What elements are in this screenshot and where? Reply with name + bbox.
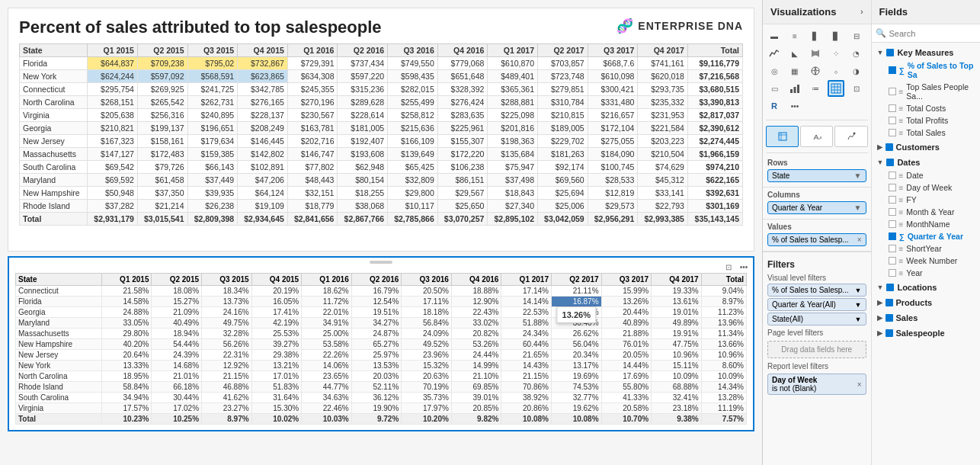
filter-pct-sales[interactable]: % of Sales to Salesp... ▼: [767, 284, 866, 297]
gauge-btn[interactable]: ◑: [848, 63, 865, 79]
pie-chart-btn[interactable]: ◔: [848, 45, 865, 62]
day-of-week-field[interactable]: ≡Day of Week: [873, 181, 979, 194]
table-row: $2,785,866: [388, 213, 438, 226]
total-profits-field[interactable]: ≡Total Profits: [873, 114, 979, 127]
line-chart-btn[interactable]: [766, 45, 783, 62]
treemap-btn[interactable]: ▦: [786, 63, 803, 79]
customers-group-label: Customers: [896, 143, 940, 152]
fields-search-input[interactable]: [889, 29, 977, 38]
filter-state-all[interactable]: State(All) ▼: [767, 313, 866, 326]
total-costs-field[interactable]: ≡Total Costs: [873, 102, 979, 114]
quarter-year-col-remove[interactable]: ▼: [854, 204, 862, 212]
card-btn[interactable]: ▭: [766, 80, 783, 97]
col-header-q3-2016: Q3 2016: [388, 44, 438, 57]
kpi-btn[interactable]: [786, 80, 803, 97]
top-sales-people-field-checkbox[interactable]: [889, 88, 896, 95]
table-row: $275,055: [588, 135, 638, 148]
filter-pct-label: % of Sales to Salesp...: [772, 286, 849, 294]
week-number-field-label: Week Number: [906, 256, 957, 265]
table-row: $193,608: [338, 148, 388, 161]
slicer-btn[interactable]: ≔: [807, 80, 824, 97]
drag-handle[interactable]: [370, 261, 392, 264]
month-year-field[interactable]: ≡Month & Year: [873, 206, 979, 218]
sales-group-header[interactable]: ▶Sales: [873, 311, 979, 325]
viz-panel-arrow[interactable]: ›: [860, 8, 863, 16]
pct-sales-field[interactable]: ∑% of Sales to Top Sa: [873, 59, 979, 81]
salespeople-group-header[interactable]: ▶Salespeople: [873, 326, 979, 340]
table-row: 44.77%: [302, 382, 352, 393]
fy-field-checkbox[interactable]: [889, 196, 896, 204]
week-number-field-checkbox[interactable]: [889, 257, 896, 265]
table-row: $2,956,291: [588, 213, 638, 226]
year-field-checkbox[interactable]: [889, 269, 896, 277]
pct-sales-val-pill[interactable]: % of Sales to Salesp... ×: [767, 233, 866, 246]
quarter-year-field-checkbox[interactable]: [889, 232, 896, 240]
analytics-action-btn[interactable]: [834, 126, 867, 147]
bar-chart-btn[interactable]: ▬: [766, 27, 783, 44]
table-row: 19.01%: [652, 307, 702, 318]
filter-state-expand[interactable]: ▼: [855, 316, 862, 323]
day-of-week-field-checkbox[interactable]: [889, 184, 896, 191]
right-panels: Visualizations › ▬ ≡ ▋ ▊ ⊟ ◣ ⁘ ◔ ◎ ▦ ⬦: [762, 0, 980, 465]
year-field[interactable]: ≡Year: [873, 267, 979, 279]
pct-sales-val-remove[interactable]: ×: [857, 236, 862, 244]
fy-field[interactable]: ≡FY: [873, 194, 979, 206]
date-field-checkbox[interactable]: [889, 172, 896, 179]
format-action-btn[interactable]: A: [800, 126, 833, 147]
expand-btn[interactable]: ⊡: [722, 261, 735, 273]
fields-action-btn[interactable]: [766, 126, 799, 147]
dates-group-header[interactable]: ▼Dates: [873, 156, 979, 169]
svg-rect-9: [779, 133, 786, 140]
state-row-pill-remove[interactable]: ▼: [854, 172, 862, 180]
quarter-year-col-pill[interactable]: Quarter & Year ▼: [767, 201, 866, 214]
scatter-chart-btn[interactable]: ⁘: [828, 45, 844, 62]
chip-remove[interactable]: ×: [857, 380, 862, 389]
table-row: $35,143,145: [687, 213, 742, 226]
ribbon-chart-btn[interactable]: [807, 45, 824, 62]
filter-quarter-year-all[interactable]: Quarter & Year(All) ▼: [767, 298, 866, 311]
locations-group-header[interactable]: ▼Locations: [873, 281, 979, 294]
day-of-week-chip[interactable]: Day of Week is not (Blank) ×: [767, 374, 866, 395]
week-number-field[interactable]: ≡Week Number: [873, 255, 979, 267]
customers-group-header[interactable]: ▶Customers: [873, 140, 979, 154]
key-measures-group-header[interactable]: ▼Key Measures: [873, 46, 979, 59]
column-chart-btn[interactable]: ▋: [807, 27, 824, 44]
drag-fields-area[interactable]: Drag data fields here: [767, 341, 866, 358]
table-row: $45,312: [638, 174, 688, 187]
filter-qy-expand[interactable]: ▼: [855, 301, 862, 309]
map-btn[interactable]: [807, 63, 824, 79]
total-sales-field[interactable]: ≡Total Sales: [873, 127, 979, 139]
bottom-visual[interactable]: ⊡ ••• State Q1 2015 Q2 2015 Q3 2015 Q4 2…: [8, 256, 754, 431]
monthname-field-checkbox[interactable]: [889, 220, 896, 228]
short-year-field-checkbox[interactable]: [889, 245, 896, 252]
stacked-column-btn[interactable]: ▊: [828, 27, 844, 44]
date-field[interactable]: ≡Date: [873, 169, 979, 181]
stacked-bar-btn[interactable]: ≡: [786, 27, 803, 44]
matrix-btn[interactable]: ⊡: [848, 80, 865, 97]
table-row: $644,837: [88, 57, 138, 70]
state-row-pill[interactable]: State ▼: [767, 169, 866, 182]
total-profits-field-checkbox[interactable]: [889, 117, 896, 124]
quarter-year-field[interactable]: ∑Quarter & Year: [873, 230, 979, 242]
r-script-btn[interactable]: R: [766, 98, 783, 114]
total-sales-field-checkbox[interactable]: [889, 129, 896, 136]
monthname-field[interactable]: ≡MonthName: [873, 218, 979, 230]
month-year-field-checkbox[interactable]: [889, 208, 896, 216]
products-group-header[interactable]: ▶Products: [873, 296, 979, 309]
filter-pct-expand[interactable]: ▼: [855, 287, 862, 294]
more-visuals-btn[interactable]: •••: [786, 98, 803, 114]
table-row: 20.05%: [601, 350, 652, 361]
top-sales-people-field[interactable]: ≡Top Sales People Sa...: [873, 81, 979, 102]
table-row: $196,651: [187, 122, 238, 135]
100pct-bar-btn[interactable]: ⊟: [848, 27, 865, 44]
table-row: Rhode Island: [16, 382, 102, 393]
short-year-field[interactable]: ≡ShortYear: [873, 242, 979, 255]
total-costs-field-checkbox[interactable]: [889, 104, 896, 112]
more-btn[interactable]: •••: [738, 261, 750, 273]
donut-chart-btn[interactable]: ◎: [766, 63, 783, 79]
funnel-btn[interactable]: ⬦: [828, 63, 844, 79]
pct-sales-field-checkbox[interactable]: [889, 66, 896, 74]
table-row: 13.61%: [652, 297, 702, 307]
table-btn[interactable]: [828, 80, 844, 97]
area-chart-btn[interactable]: ◣: [786, 45, 803, 62]
